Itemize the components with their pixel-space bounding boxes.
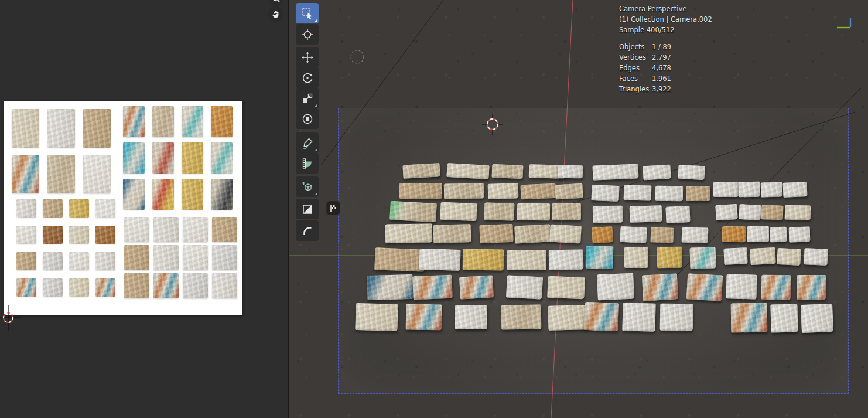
paper-object[interactable] bbox=[622, 303, 655, 332]
annotate-tool-button[interactable] bbox=[296, 132, 319, 153]
viewport-3d[interactable]: Camera Perspective (1) Collection | Came… bbox=[289, 0, 868, 418]
paper-object[interactable] bbox=[446, 163, 489, 179]
paper-object[interactable] bbox=[630, 205, 662, 223]
paper-object[interactable] bbox=[686, 273, 723, 301]
paper-object[interactable] bbox=[586, 246, 614, 269]
image-editor[interactable] bbox=[0, 0, 288, 418]
paper-object[interactable] bbox=[548, 305, 587, 331]
corner-arc-tool-button[interactable] bbox=[296, 220, 319, 241]
paper-object[interactable] bbox=[690, 247, 716, 269]
measure-tool-button[interactable] bbox=[296, 153, 319, 174]
reference-image[interactable] bbox=[4, 101, 242, 315]
shade-diag-tool-button[interactable] bbox=[296, 199, 319, 219]
paper-object[interactable] bbox=[355, 303, 398, 331]
paper-object[interactable] bbox=[715, 204, 737, 220]
transform-tool-button[interactable] bbox=[296, 108, 319, 129]
paper-object[interactable] bbox=[584, 302, 619, 331]
paper-object[interactable] bbox=[419, 249, 461, 271]
paper-object[interactable] bbox=[433, 224, 471, 243]
paper-object[interactable] bbox=[440, 202, 477, 222]
paper-object[interactable] bbox=[747, 226, 769, 242]
paper-object[interactable] bbox=[789, 227, 811, 243]
move-tool-button[interactable] bbox=[296, 47, 319, 67]
cursor-3d-icon bbox=[481, 113, 504, 136]
paper-object[interactable] bbox=[624, 185, 652, 200]
paper-object[interactable] bbox=[591, 185, 619, 202]
rotate-icon bbox=[301, 72, 314, 84]
paper-object[interactable] bbox=[506, 275, 543, 299]
paper-object[interactable] bbox=[501, 305, 542, 330]
paper-object[interactable] bbox=[785, 205, 811, 220]
paper-object[interactable] bbox=[678, 165, 705, 180]
paper-object[interactable] bbox=[761, 275, 791, 300]
paper-object[interactable] bbox=[750, 247, 775, 265]
paper-object[interactable] bbox=[455, 305, 487, 329]
paper-object[interactable] bbox=[660, 304, 693, 331]
paper-object[interactable] bbox=[657, 247, 682, 269]
paper-object[interactable] bbox=[713, 182, 739, 197]
paper-object[interactable] bbox=[479, 224, 513, 243]
paper-object[interactable] bbox=[686, 186, 710, 201]
paper-object[interactable] bbox=[463, 249, 504, 271]
paper-object[interactable] bbox=[412, 275, 453, 300]
texture-thumbnail bbox=[212, 245, 237, 270]
pan-gizmo[interactable] bbox=[268, 6, 283, 22]
paper-object[interactable] bbox=[593, 164, 639, 180]
paper-object[interactable] bbox=[777, 248, 801, 266]
paper-object[interactable] bbox=[620, 226, 647, 243]
paper-object[interactable] bbox=[514, 224, 551, 243]
paper-object[interactable] bbox=[593, 206, 623, 223]
checker-flag-icon[interactable] bbox=[327, 202, 340, 215]
paper-object[interactable] bbox=[682, 227, 709, 243]
paper-object[interactable] bbox=[552, 203, 581, 220]
paper-object[interactable] bbox=[761, 182, 783, 197]
paper-object[interactable] bbox=[770, 304, 798, 332]
paper-object[interactable] bbox=[555, 183, 583, 200]
paper-object[interactable] bbox=[723, 247, 747, 265]
paper-object[interactable] bbox=[517, 203, 550, 221]
paper-object[interactable] bbox=[804, 248, 828, 266]
paper-object[interactable] bbox=[726, 274, 757, 299]
paper-object[interactable] bbox=[655, 186, 683, 202]
paper-object[interactable] bbox=[761, 205, 783, 220]
paper-object[interactable] bbox=[643, 165, 671, 181]
paper-object[interactable] bbox=[507, 250, 546, 270]
paper-object[interactable] bbox=[597, 273, 634, 301]
paper-object[interactable] bbox=[492, 164, 524, 179]
paper-object[interactable] bbox=[444, 183, 484, 199]
paper-object[interactable] bbox=[389, 201, 437, 222]
paper-object[interactable] bbox=[782, 182, 807, 198]
add-cube-tool-button[interactable] bbox=[296, 176, 319, 197]
paper-object[interactable] bbox=[624, 247, 648, 268]
paper-object[interactable] bbox=[402, 163, 440, 178]
paper-object[interactable] bbox=[722, 226, 746, 243]
rotate-tool-button[interactable] bbox=[296, 67, 319, 88]
paper-object[interactable] bbox=[399, 183, 442, 199]
zoom-gizmo[interactable] bbox=[268, 0, 283, 6]
paper-object[interactable] bbox=[385, 223, 432, 243]
select-box-tool-button[interactable] bbox=[296, 3, 319, 23]
paper-object[interactable] bbox=[547, 276, 585, 300]
paper-object[interactable] bbox=[558, 165, 583, 179]
paper-object[interactable] bbox=[665, 206, 690, 223]
paper-object[interactable] bbox=[488, 183, 519, 199]
scale-tool-button[interactable] bbox=[296, 88, 319, 108]
paper-object[interactable] bbox=[797, 275, 826, 300]
paper-object[interactable] bbox=[642, 273, 678, 301]
paper-object[interactable] bbox=[484, 202, 515, 220]
paper-object[interactable] bbox=[459, 275, 494, 299]
paper-object[interactable] bbox=[801, 304, 833, 333]
paper-object[interactable] bbox=[739, 204, 761, 220]
paper-object[interactable] bbox=[739, 182, 760, 198]
paper-object[interactable] bbox=[406, 304, 442, 331]
paper-object[interactable] bbox=[374, 247, 425, 272]
paper-object[interactable] bbox=[521, 183, 556, 199]
paper-object[interactable] bbox=[592, 226, 613, 243]
paper-object[interactable] bbox=[770, 227, 787, 242]
paper-object[interactable] bbox=[549, 225, 582, 244]
cursor-tool-button[interactable] bbox=[296, 24, 319, 45]
paper-object[interactable] bbox=[650, 227, 674, 243]
paper-object[interactable] bbox=[731, 303, 768, 333]
paper-object[interactable] bbox=[549, 250, 583, 270]
paper-object[interactable] bbox=[367, 274, 413, 300]
